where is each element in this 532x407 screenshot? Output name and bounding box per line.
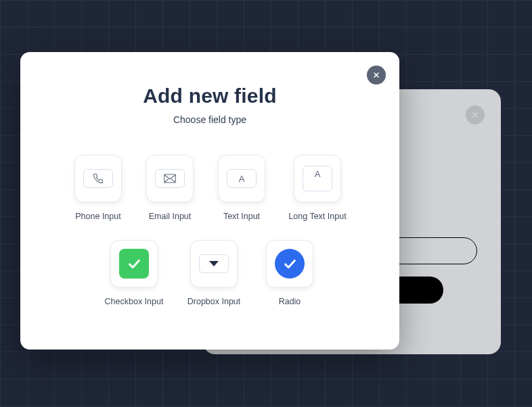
text-icon: A [227, 169, 257, 188]
field-option-checkbox[interactable]: Checkbox Input [104, 240, 164, 306]
modal-subtitle: Choose field type [47, 114, 372, 125]
dropbox-tile [190, 240, 238, 287]
field-option-dropbox[interactable]: Dropbox Input [183, 240, 244, 306]
email-tile [146, 155, 194, 202]
radio-tile [266, 240, 313, 287]
field-type-grid: Phone Input Email Input A Text Input A L… [47, 155, 372, 306]
field-label: Email Input [149, 212, 192, 221]
add-field-modal: Add new field Choose field type Phone In… [20, 52, 399, 350]
phone-icon [83, 169, 113, 188]
field-label: Radio [279, 297, 301, 306]
long-text-tile: A [294, 155, 341, 202]
field-option-long-text[interactable]: A Long Text Input [287, 155, 348, 221]
field-option-email[interactable]: Email Input [143, 155, 196, 221]
checkbox-tile [110, 240, 158, 287]
radio-icon [275, 249, 305, 279]
email-icon [155, 169, 185, 188]
long-text-icon: A [303, 166, 332, 191]
modal-title: Add new field [47, 85, 372, 107]
field-label: Dropbox Input [187, 297, 241, 306]
dropdown-icon [199, 254, 229, 273]
checkbox-icon [119, 249, 149, 279]
field-label: Checkbox Input [105, 297, 164, 306]
background-card-close-button[interactable] [466, 105, 485, 124]
field-label: Long Text Input [288, 212, 346, 221]
field-option-text[interactable]: A Text Input [215, 155, 268, 221]
field-label: Phone Input [75, 212, 120, 221]
field-option-phone[interactable]: Phone Input [72, 155, 125, 221]
close-button[interactable] [367, 66, 386, 85]
field-label: Text Input [223, 212, 260, 221]
chevron-down-icon [209, 261, 219, 266]
text-tile: A [218, 155, 265, 202]
field-option-radio[interactable]: Radio [263, 240, 316, 306]
phone-tile [74, 155, 122, 202]
